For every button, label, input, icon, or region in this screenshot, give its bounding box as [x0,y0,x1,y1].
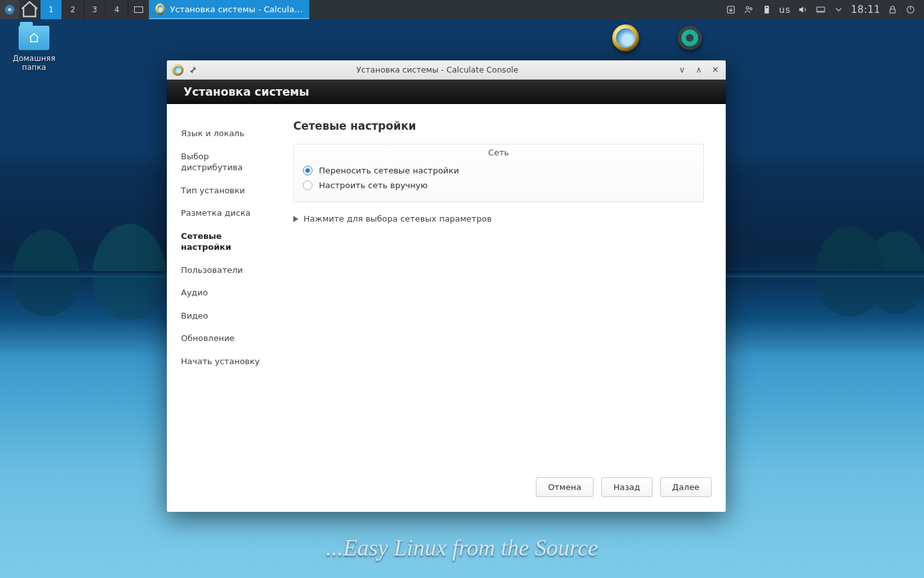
start-button[interactable] [0,0,19,19]
step-distribution[interactable]: Выбор дистрибутива [167,145,286,179]
tray-lock-icon[interactable] [887,4,898,15]
svg-point-2 [746,6,749,9]
disc-icon [612,24,639,51]
system-tray: us 18:11 [725,4,924,15]
tray-updates-icon[interactable] [725,4,737,15]
taskbar-entry-label: Установка системы - Calculate Con... [170,4,303,14]
window-app-icon [172,64,184,76]
svg-point-3 [750,8,752,10]
keyboard-layout-indicator[interactable]: us [779,4,791,15]
triangle-right-icon [293,216,298,222]
present-windows-button[interactable] [128,0,149,19]
radio-transfer-settings[interactable]: Переносить сетевые настройки [303,163,694,178]
step-language[interactable]: Язык и локаль [167,122,286,145]
window-minimize-button[interactable]: ∨ [677,65,687,74]
radio-transfer-label: Переносить сетевые настройки [319,166,459,175]
clock[interactable]: 18:11 [851,4,880,15]
network-params-expander[interactable]: Нажмите для выбора сетевых параметров [293,214,704,223]
tray-volume-icon[interactable] [797,4,809,15]
home-folder-label: Домашняя папка [5,54,63,72]
tray-user-icon[interactable] [743,4,755,15]
installer-footer: Отмена Назад Далее [167,472,726,512]
radio-icon [303,166,312,175]
installer-banner-title: Установка системы [184,85,309,98]
network-fieldset: Сеть Переносить сетевые настройки Настро… [293,144,704,202]
expander-label: Нажмите для выбора сетевых параметров [304,214,492,223]
pager-desktop-3[interactable]: 3 [84,0,106,19]
taskbar-entry-installer[interactable]: Установка системы - Calculate Con... [149,0,309,19]
virtual-desktop-pager: 1 2 3 4 [40,0,128,19]
tray-disk-icon[interactable] [761,4,773,15]
radio-icon [303,180,312,190]
pin-icon[interactable] [187,65,198,75]
installer-sidebar: Язык и локаль Выбор дистрибутива Тип уст… [167,104,286,472]
ring-icon [678,26,702,50]
tray-power-icon[interactable] [905,4,916,15]
tray-network-icon[interactable] [815,4,826,15]
step-install-type[interactable]: Тип установки [167,179,286,202]
rectangle-icon [134,6,143,13]
folder-icon [19,26,49,50]
pager-desktop-2[interactable]: 2 [62,0,84,19]
show-desktop-button[interactable] [19,0,40,19]
wallpaper-slogan: ...Easy Linux from the Source [0,534,924,561]
step-update[interactable]: Обновление [167,327,286,350]
app-desktop-icon[interactable] [661,26,719,53]
window-close-button[interactable]: ✕ [710,65,721,74]
step-users[interactable]: Пользователи [167,259,286,282]
step-begin[interactable]: Начать установку [167,350,286,373]
svg-rect-7 [890,9,895,13]
home-folder-icon[interactable]: Домашняя папка [5,26,63,72]
svg-rect-5 [766,6,768,8]
window-maximize-button[interactable]: ∧ [694,65,704,74]
page-heading: Сетевые настройки [293,119,704,132]
tray-expand-icon[interactable] [833,4,844,15]
taskbar: 1 2 3 4 Установка системы - Calculate Co… [0,0,924,19]
cancel-button[interactable]: Отмена [536,477,594,497]
installer-banner: Установка системы [167,80,726,104]
next-button[interactable]: Далее [660,477,712,497]
back-button[interactable]: Назад [601,477,653,497]
fieldset-legend: Сеть [294,144,703,161]
disc-icon [155,3,165,15]
installer-desktop-icon[interactable] [597,24,654,54]
step-audio[interactable]: Аудио [167,281,286,304]
window-titlebar[interactable]: Установка системы - Calculate Console ∨ … [167,60,726,80]
pager-desktop-4[interactable]: 4 [106,0,128,19]
window-title: Установка системы - Calculate Console [198,65,677,74]
radio-manual-label: Настроить сеть вручную [319,180,427,190]
installer-window: Установка системы - Calculate Console ∨ … [167,60,726,512]
installer-main: Сетевые настройки Сеть Переносить сетевы… [286,104,726,472]
step-video[interactable]: Видео [167,304,286,328]
radio-manual-settings[interactable]: Настроить сеть вручную [303,178,694,193]
step-network[interactable]: Сетевые настройки [167,225,286,259]
pager-desktop-1[interactable]: 1 [40,0,62,19]
step-partitioning[interactable]: Разметка диска [167,202,286,225]
